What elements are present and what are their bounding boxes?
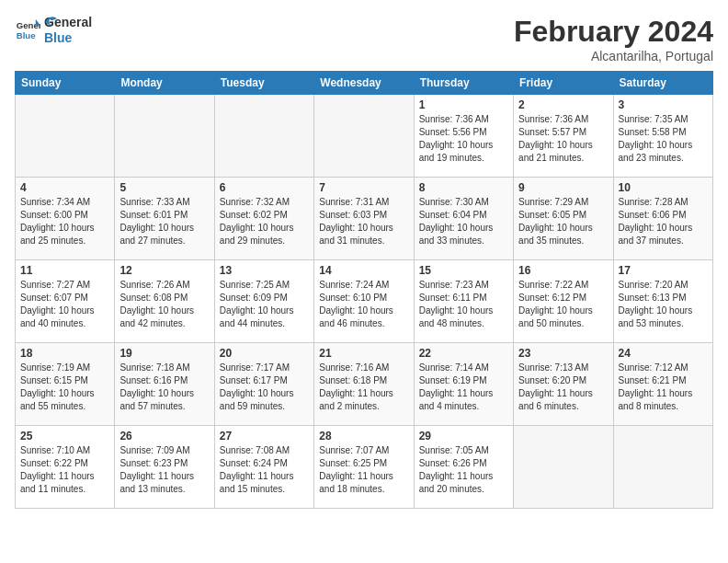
day-info: Sunrise: 7:32 AM Sunset: 6:02 PM Dayligh… <box>220 196 309 247</box>
day-info: Sunrise: 7:36 AM Sunset: 5:57 PM Dayligh… <box>518 113 608 165</box>
calendar-cell: 14Sunrise: 7:24 AM Sunset: 6:10 PM Dayli… <box>314 260 414 343</box>
day-number: 21 <box>319 347 408 360</box>
calendar-cell <box>314 95 414 178</box>
day-number: 1 <box>419 98 508 111</box>
calendar-cell <box>514 426 613 509</box>
day-number: 5 <box>119 181 209 194</box>
calendar-cell: 2Sunrise: 7:36 AM Sunset: 5:57 PM Daylig… <box>514 95 613 178</box>
day-number: 16 <box>518 264 608 277</box>
day-number: 15 <box>419 264 508 277</box>
day-number: 27 <box>220 430 309 442</box>
day-info: Sunrise: 7:09 AM Sunset: 6:23 PM Dayligh… <box>119 444 209 496</box>
page-header: General Blue General Blue February 2024 … <box>15 15 713 63</box>
calendar-header-row: SundayMondayTuesdayWednesdayThursdayFrid… <box>16 72 713 95</box>
day-info: Sunrise: 7:14 AM Sunset: 6:19 PM Dayligh… <box>419 362 508 413</box>
day-number: 24 <box>619 347 708 360</box>
calendar-cell: 18Sunrise: 7:19 AM Sunset: 6:15 PM Dayli… <box>16 343 115 426</box>
day-number: 23 <box>518 347 608 360</box>
day-number: 6 <box>220 181 309 194</box>
calendar-cell: 26Sunrise: 7:09 AM Sunset: 6:23 PM Dayli… <box>115 426 214 509</box>
calendar-cell: 23Sunrise: 7:13 AM Sunset: 6:20 PM Dayli… <box>514 343 613 426</box>
day-info: Sunrise: 7:17 AM Sunset: 6:17 PM Dayligh… <box>220 362 309 413</box>
calendar-cell: 16Sunrise: 7:22 AM Sunset: 6:12 PM Dayli… <box>514 260 613 343</box>
location-subtitle: Alcantarilha, Portugal <box>514 49 713 63</box>
calendar-cell: 10Sunrise: 7:28 AM Sunset: 6:06 PM Dayli… <box>613 178 712 260</box>
day-info: Sunrise: 7:18 AM Sunset: 6:16 PM Dayligh… <box>119 362 209 413</box>
day-header-wednesday: Wednesday <box>314 72 414 95</box>
calendar-cell: 7Sunrise: 7:31 AM Sunset: 6:03 PM Daylig… <box>314 178 414 260</box>
day-info: Sunrise: 7:12 AM Sunset: 6:21 PM Dayligh… <box>619 362 708 413</box>
day-number: 20 <box>220 347 309 360</box>
calendar-cell: 22Sunrise: 7:14 AM Sunset: 6:19 PM Dayli… <box>414 343 513 426</box>
svg-text:Blue: Blue <box>17 30 36 40</box>
calendar-cell: 11Sunrise: 7:27 AM Sunset: 6:07 PM Dayli… <box>16 260 115 343</box>
calendar-week-row: 11Sunrise: 7:27 AM Sunset: 6:07 PM Dayli… <box>16 260 713 343</box>
day-info: Sunrise: 7:22 AM Sunset: 6:12 PM Dayligh… <box>518 279 608 330</box>
day-info: Sunrise: 7:25 AM Sunset: 6:09 PM Dayligh… <box>220 279 309 330</box>
logo-bird-icon <box>40 16 59 34</box>
calendar-cell <box>613 426 712 509</box>
day-number: 9 <box>518 181 608 194</box>
day-number: 3 <box>619 98 708 111</box>
calendar-cell: 19Sunrise: 7:18 AM Sunset: 6:16 PM Dayli… <box>115 343 214 426</box>
calendar-cell: 9Sunrise: 7:29 AM Sunset: 6:05 PM Daylig… <box>514 178 613 260</box>
day-header-saturday: Saturday <box>613 72 712 95</box>
day-number: 7 <box>319 181 408 194</box>
day-number: 10 <box>619 181 708 194</box>
day-info: Sunrise: 7:20 AM Sunset: 6:13 PM Dayligh… <box>619 279 708 330</box>
day-number: 4 <box>20 181 109 194</box>
logo-icon: General Blue <box>15 17 40 43</box>
day-number: 11 <box>20 264 109 277</box>
calendar-cell <box>115 95 214 178</box>
calendar-cell: 25Sunrise: 7:10 AM Sunset: 6:22 PM Dayli… <box>16 426 115 509</box>
calendar-cell: 3Sunrise: 7:35 AM Sunset: 5:58 PM Daylig… <box>613 95 712 178</box>
calendar-table: SundayMondayTuesdayWednesdayThursdayFrid… <box>15 71 713 509</box>
day-header-tuesday: Tuesday <box>214 72 313 95</box>
calendar-week-row: 18Sunrise: 7:19 AM Sunset: 6:15 PM Dayli… <box>16 343 713 426</box>
day-number: 13 <box>220 264 309 277</box>
day-info: Sunrise: 7:30 AM Sunset: 6:04 PM Dayligh… <box>419 196 508 247</box>
day-info: Sunrise: 7:08 AM Sunset: 6:24 PM Dayligh… <box>220 444 309 496</box>
day-info: Sunrise: 7:28 AM Sunset: 6:06 PM Dayligh… <box>619 196 708 247</box>
calendar-cell: 6Sunrise: 7:32 AM Sunset: 6:02 PM Daylig… <box>214 178 313 260</box>
calendar-cell: 12Sunrise: 7:26 AM Sunset: 6:08 PM Dayli… <box>115 260 214 343</box>
calendar-cell: 21Sunrise: 7:16 AM Sunset: 6:18 PM Dayli… <box>314 343 414 426</box>
day-info: Sunrise: 7:26 AM Sunset: 6:08 PM Dayligh… <box>119 279 209 330</box>
calendar-cell: 24Sunrise: 7:12 AM Sunset: 6:21 PM Dayli… <box>613 343 712 426</box>
calendar-cell: 28Sunrise: 7:07 AM Sunset: 6:25 PM Dayli… <box>314 426 414 509</box>
title-block: February 2024 Alcantarilha, Portugal <box>514 15 713 63</box>
calendar-cell: 13Sunrise: 7:25 AM Sunset: 6:09 PM Dayli… <box>214 260 313 343</box>
calendar-cell: 8Sunrise: 7:30 AM Sunset: 6:04 PM Daylig… <box>414 178 513 260</box>
day-info: Sunrise: 7:31 AM Sunset: 6:03 PM Dayligh… <box>319 196 408 247</box>
day-number: 14 <box>319 264 408 277</box>
day-info: Sunrise: 7:34 AM Sunset: 6:00 PM Dayligh… <box>20 196 109 247</box>
day-header-friday: Friday <box>514 72 613 95</box>
day-number: 2 <box>518 98 608 111</box>
day-info: Sunrise: 7:19 AM Sunset: 6:15 PM Dayligh… <box>20 362 109 413</box>
day-info: Sunrise: 7:33 AM Sunset: 6:01 PM Dayligh… <box>119 196 209 247</box>
calendar-body: 1Sunrise: 7:36 AM Sunset: 5:56 PM Daylig… <box>16 95 713 509</box>
logo: General Blue General Blue <box>15 15 59 46</box>
calendar-cell: 15Sunrise: 7:23 AM Sunset: 6:11 PM Dayli… <box>414 260 513 343</box>
day-info: Sunrise: 7:13 AM Sunset: 6:20 PM Dayligh… <box>518 362 608 413</box>
calendar-cell <box>16 95 115 178</box>
day-info: Sunrise: 7:35 AM Sunset: 5:58 PM Dayligh… <box>619 113 708 165</box>
day-info: Sunrise: 7:27 AM Sunset: 6:07 PM Dayligh… <box>20 279 109 330</box>
day-number: 12 <box>119 264 209 277</box>
calendar-cell: 1Sunrise: 7:36 AM Sunset: 5:56 PM Daylig… <box>414 95 513 178</box>
day-number: 26 <box>119 430 209 442</box>
calendar-cell: 17Sunrise: 7:20 AM Sunset: 6:13 PM Dayli… <box>613 260 712 343</box>
day-info: Sunrise: 7:29 AM Sunset: 6:05 PM Dayligh… <box>518 196 608 247</box>
calendar-cell: 4Sunrise: 7:34 AM Sunset: 6:00 PM Daylig… <box>16 178 115 260</box>
day-number: 19 <box>119 347 209 360</box>
day-header-thursday: Thursday <box>414 72 513 95</box>
calendar-cell <box>214 95 313 178</box>
day-info: Sunrise: 7:23 AM Sunset: 6:11 PM Dayligh… <box>419 279 508 330</box>
day-number: 28 <box>319 430 408 442</box>
day-number: 17 <box>619 264 708 277</box>
day-number: 29 <box>419 430 508 442</box>
day-header-sunday: Sunday <box>16 72 115 95</box>
day-info: Sunrise: 7:16 AM Sunset: 6:18 PM Dayligh… <box>319 362 408 413</box>
day-number: 25 <box>20 430 109 442</box>
calendar-cell: 27Sunrise: 7:08 AM Sunset: 6:24 PM Dayli… <box>214 426 313 509</box>
